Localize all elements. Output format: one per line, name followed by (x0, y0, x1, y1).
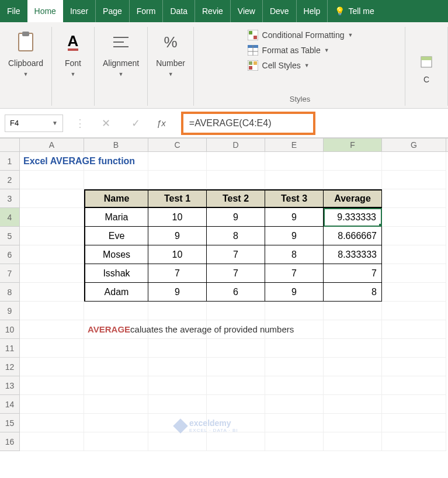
column-header-D[interactable]: D (207, 138, 265, 151)
cell[interactable] (265, 414, 324, 432)
note-cell[interactable]: AVERAGE caluates the average of provided… (84, 320, 148, 339)
row-header-9[interactable]: 9 (0, 302, 20, 320)
tab-help[interactable]: Help (297, 0, 328, 22)
column-header-C[interactable]: C (148, 138, 207, 151)
cell[interactable] (382, 171, 446, 189)
cell[interactable] (20, 189, 84, 208)
cell[interactable] (207, 152, 265, 171)
cell[interactable] (382, 302, 446, 320)
cell[interactable] (84, 339, 148, 358)
cell[interactable] (148, 152, 207, 171)
cell[interactable] (84, 432, 148, 451)
cell[interactable] (207, 358, 265, 376)
cell[interactable] (20, 376, 84, 395)
table-cell-value[interactable]: 9 (207, 208, 265, 227)
table-cell-value[interactable]: 7 (207, 264, 265, 283)
row-header-12[interactable]: 12 (0, 358, 20, 376)
cell[interactable] (382, 283, 446, 302)
tab-file[interactable]: File (0, 0, 27, 22)
tab-insert[interactable]: Inser (63, 0, 96, 22)
cell[interactable] (324, 339, 382, 358)
cells-icon[interactable] (414, 49, 439, 75)
row-header-8[interactable]: 8 (0, 283, 20, 302)
cell[interactable] (20, 358, 84, 376)
table-cell-value[interactable]: 9 (148, 227, 207, 245)
table-cell-name[interactable]: Eve (84, 227, 148, 245)
cell[interactable] (265, 320, 324, 339)
row-header-3[interactable]: 3 (0, 189, 20, 208)
cell[interactable] (20, 320, 84, 339)
cell[interactable] (148, 358, 207, 376)
cancel-formula-button[interactable]: ✕ (97, 117, 115, 130)
table-cell-value[interactable]: 9 (265, 208, 324, 227)
alignment-icon[interactable] (108, 29, 134, 55)
cell[interactable] (84, 358, 148, 376)
chevron-down-icon[interactable]: ▼ (119, 71, 124, 77)
cell[interactable] (265, 395, 324, 414)
cell[interactable] (20, 208, 84, 227)
cell-styles-button[interactable]: Cell Styles ▼ (247, 60, 310, 71)
cell[interactable] (20, 171, 84, 189)
table-header[interactable]: Test 1 (148, 189, 207, 208)
title-cell[interactable]: Excel AVERAGE function (20, 152, 84, 171)
cell[interactable] (324, 152, 382, 171)
cell[interactable] (207, 302, 265, 320)
conditional-formatting-button[interactable]: Conditional Formatting ▼ (247, 29, 353, 41)
row-header-16[interactable]: 16 (0, 432, 20, 451)
cell[interactable] (382, 227, 446, 245)
cell[interactable] (324, 414, 382, 432)
table-cell-value[interactable]: 9 (265, 227, 324, 245)
table-cell-value[interactable]: 6 (207, 283, 265, 302)
cell[interactable] (265, 171, 324, 189)
row-header-11[interactable]: 11 (0, 339, 20, 358)
cell[interactable] (148, 320, 207, 339)
cell[interactable] (84, 395, 148, 414)
tab-data[interactable]: Data (163, 0, 195, 22)
table-cell-value[interactable]: 8 (207, 227, 265, 245)
column-header-F[interactable]: F (324, 138, 382, 151)
table-cell-value[interactable]: 9 (265, 283, 324, 302)
table-cell-value[interactable]: 10 (148, 245, 207, 264)
table-cell-average[interactable]: 8.333333 (324, 245, 382, 264)
cell[interactable] (382, 358, 446, 376)
cell[interactable] (382, 339, 446, 358)
cell[interactable] (207, 339, 265, 358)
table-cell-name[interactable]: Isshak (84, 264, 148, 283)
cell[interactable] (84, 302, 148, 320)
percent-icon[interactable]: % (158, 29, 183, 55)
tell-me-search[interactable]: 💡 Tell me (328, 0, 381, 22)
cell[interactable] (265, 339, 324, 358)
cell[interactable] (84, 376, 148, 395)
cell[interactable] (20, 414, 84, 432)
cell[interactable] (20, 245, 84, 264)
cell[interactable] (148, 171, 207, 189)
row-header-6[interactable]: 6 (0, 245, 20, 264)
cell[interactable] (382, 395, 446, 414)
table-header[interactable]: Average (324, 189, 382, 208)
cell[interactable] (148, 339, 207, 358)
cell[interactable] (382, 432, 446, 451)
table-cell-average[interactable]: 8.666667 (324, 227, 382, 245)
cell[interactable] (207, 320, 265, 339)
cell[interactable] (382, 376, 446, 395)
tab-home[interactable]: Home (27, 0, 63, 22)
cell[interactable] (324, 320, 382, 339)
table-cell-average[interactable]: 7 (324, 264, 382, 283)
table-cell-value[interactable]: 7 (265, 264, 324, 283)
tab-formulas[interactable]: Form (130, 0, 164, 22)
table-header[interactable]: Test 2 (207, 189, 265, 208)
enter-formula-button[interactable]: ✓ (127, 117, 145, 130)
table-cell-value[interactable]: 7 (148, 264, 207, 283)
row-header-1[interactable]: 1 (0, 152, 20, 171)
table-header[interactable]: Test 3 (265, 189, 324, 208)
format-as-table-button[interactable]: Format as Table ▼ (247, 44, 329, 56)
cell[interactable] (265, 358, 324, 376)
tab-page-layout[interactable]: Page (96, 0, 130, 22)
cell[interactable] (265, 376, 324, 395)
table-cell-name[interactable]: Maria (84, 208, 148, 227)
cell[interactable] (382, 208, 446, 227)
tab-review[interactable]: Revie (195, 0, 231, 22)
table-cell-value[interactable]: 9 (148, 283, 207, 302)
row-header-7[interactable]: 7 (0, 264, 20, 283)
tab-view[interactable]: View (231, 0, 263, 22)
